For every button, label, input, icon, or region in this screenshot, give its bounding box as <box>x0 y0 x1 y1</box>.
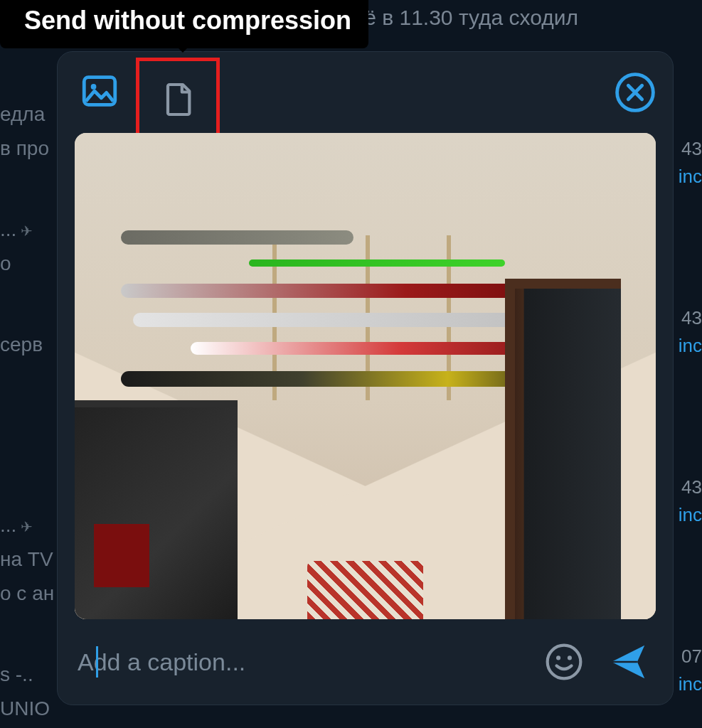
bg-text: о <box>0 249 57 279</box>
bg-chat-list-fragment: едла в про ... о серв ... на TV о с ан s… <box>0 100 57 728</box>
bg-message-fragment: цё в 11.30 туда сходил <box>352 1 578 33</box>
bg-right-fragment: 43 inc 43 inc 43 inc 07 inc <box>672 135 702 698</box>
caption-row <box>58 619 673 705</box>
send-as-photo-button[interactable] <box>75 66 124 116</box>
text-cursor <box>96 646 98 678</box>
close-icon <box>615 72 656 113</box>
bg-text: едла <box>0 100 57 129</box>
bg-text: ... <box>0 215 57 245</box>
attachment-preview[interactable] <box>75 133 656 619</box>
svg-point-3 <box>548 646 581 679</box>
modal-header <box>58 52 673 130</box>
bg-time: 43 <box>672 473 702 501</box>
tooltip-label: Send without compression <box>24 6 351 35</box>
svg-rect-0 <box>84 77 115 105</box>
bg-text: в про <box>0 134 57 164</box>
send-button[interactable] <box>605 638 652 685</box>
smile-icon <box>544 642 584 682</box>
bg-text: s -.. <box>0 660 57 690</box>
bg-time: 43 <box>672 135 702 163</box>
send-icon <box>606 640 650 684</box>
file-icon <box>158 80 198 119</box>
tooltip-send-without-compression: Send without compression <box>0 0 368 48</box>
bg-text: inc <box>672 670 702 698</box>
bg-text: о с ан <box>0 579 57 609</box>
image-icon <box>79 70 120 112</box>
bg-text: ... <box>0 510 57 540</box>
bg-text: inc <box>672 332 702 360</box>
bg-time: 43 <box>672 304 702 332</box>
emoji-button[interactable] <box>541 638 587 685</box>
send-as-file-button[interactable] <box>153 75 203 124</box>
svg-point-5 <box>568 655 572 660</box>
svg-point-1 <box>91 84 97 90</box>
bg-text: inc <box>672 163 702 191</box>
caption-input[interactable] <box>75 644 523 680</box>
bg-text: inc <box>672 501 702 529</box>
close-button[interactable] <box>615 72 656 113</box>
send-media-modal <box>57 51 674 705</box>
bg-text: на TV <box>0 545 57 574</box>
bg-time: 07 <box>672 643 702 670</box>
bg-text: UNIO <box>0 694 57 724</box>
svg-point-4 <box>556 655 560 660</box>
send-as-file-button-highlight <box>136 58 220 141</box>
bg-text: серв <box>0 330 57 360</box>
